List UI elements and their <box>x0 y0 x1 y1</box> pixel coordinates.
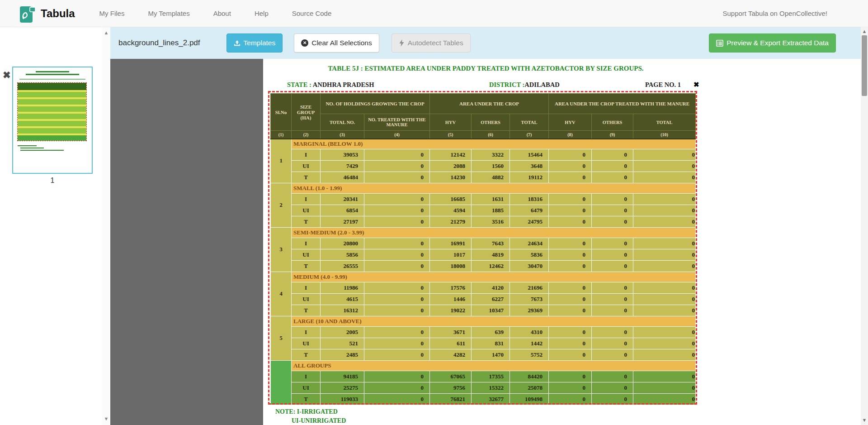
value-cell: 0 <box>592 238 633 249</box>
colnum-6: (7) <box>510 131 549 139</box>
value-cell: 0 <box>633 216 696 228</box>
thumb-table-allgroups <box>18 134 86 141</box>
value-cell: 0 <box>364 194 430 205</box>
page-thumbnail[interactable] <box>12 67 93 174</box>
value-cell: 0 <box>364 238 430 249</box>
table-row: T265550180081246230470000 <box>271 261 696 272</box>
value-cell: 0 <box>633 149 696 161</box>
value-cell: 0 <box>549 294 592 305</box>
pdf-page[interactable]: TABLE 5J : ESTIMATED AREA UNDER PADDY TR… <box>263 59 708 425</box>
value-cell: 611 <box>430 338 472 349</box>
value-cell: 0 <box>549 305 592 316</box>
row-type-cell: T <box>292 394 321 405</box>
nav-my-files[interactable]: My Files <box>99 10 125 17</box>
value-cell: 0 <box>592 294 633 305</box>
row-type-cell: UI <box>292 205 321 216</box>
nav-source-code[interactable]: Source Code <box>292 10 332 17</box>
value-cell: 2005 <box>321 327 364 338</box>
colnum-1: (2) <box>292 131 321 139</box>
window-scroll-up-icon[interactable]: ▲ <box>861 29 868 34</box>
value-cell: 30470 <box>510 261 549 272</box>
value-cell: 4882 <box>472 172 510 183</box>
value-cell: 521 <box>321 338 364 349</box>
subheader-2: HYV <box>430 114 472 131</box>
templates-button[interactable]: Templates <box>226 33 283 53</box>
value-cell: 0 <box>364 261 430 272</box>
value-cell: 29369 <box>510 305 549 316</box>
value-cell: 24795 <box>510 216 549 228</box>
nav-my-templates[interactable]: My Templates <box>148 10 189 17</box>
table-row: T163120190221034729369000 <box>271 305 696 316</box>
value-cell: 0 <box>549 249 592 261</box>
colnum-2: (3) <box>321 131 364 139</box>
value-cell: 0 <box>549 338 592 349</box>
value-cell: 0 <box>549 238 592 249</box>
thumb-table-header <box>18 83 86 90</box>
subheader-6: OTHERS <box>592 114 633 131</box>
colnum-3: (4) <box>364 131 430 139</box>
value-cell: 3516 <box>472 216 510 228</box>
value-cell: 94185 <box>321 371 364 382</box>
value-cell: 0 <box>549 216 592 228</box>
value-cell: 0 <box>633 161 696 172</box>
document-title: TABLE 5J : ESTIMATED AREA UNDER PADDY TR… <box>263 65 708 72</box>
nav-help[interactable]: Help <box>255 10 269 17</box>
preview-export-button[interactable]: Preview & Export Extracted Data <box>709 33 836 53</box>
sidebar-scroll-down-icon[interactable]: ▼ <box>103 416 109 421</box>
value-cell: 0 <box>549 349 592 361</box>
value-cell: 0 <box>592 327 633 338</box>
row-type-cell: UI <box>292 294 321 305</box>
value-cell: 1017 <box>430 249 472 261</box>
clear-label: Clear All Selections <box>311 39 372 47</box>
window-scrollbar-thumb[interactable] <box>862 35 867 96</box>
window-scrollbar[interactable]: ▲ ▼ <box>861 27 868 425</box>
group-label-0: MARGINAL (BELOW 1.0) <box>292 139 696 149</box>
value-cell: 17576 <box>430 282 472 294</box>
table-row: I20800016991764324634000 <box>271 238 696 249</box>
value-cell: 46484 <box>321 172 364 183</box>
autodetect-tables-button: Autodetect Tables <box>392 33 471 53</box>
value-cell: 18008 <box>430 261 472 272</box>
value-cell: 0 <box>364 161 430 172</box>
value-cell: 639 <box>472 327 510 338</box>
sidebar-scroll-up-icon[interactable]: ▲ <box>103 30 109 35</box>
value-cell: 0 <box>633 371 696 382</box>
table-row: UI58560101748195836000 <box>271 249 696 261</box>
row-type-cell: T <box>292 305 321 316</box>
main-nav: My Files My Templates About Help Source … <box>99 10 332 17</box>
value-cell: 0 <box>549 282 592 294</box>
value-cell: 0 <box>549 205 592 216</box>
slno-cell-3: 4 <box>271 272 292 316</box>
row-type-cell: I <box>292 149 321 161</box>
colnum-4: (5) <box>430 131 472 139</box>
row-type-cell: T <box>292 349 321 361</box>
value-cell: 84420 <box>510 371 549 382</box>
thumb-table-preview <box>17 82 87 141</box>
value-cell: 1631 <box>472 194 510 205</box>
value-cell: 1442 <box>510 338 549 349</box>
window-scroll-down-icon[interactable]: ▼ <box>861 417 868 423</box>
thumbnail-page-number: 1 <box>0 177 105 185</box>
value-cell: 17355 <box>472 371 510 382</box>
value-cell: 0 <box>549 149 592 161</box>
support-link[interactable]: Support Tabula on OpenCollective! <box>722 10 827 17</box>
value-cell: 1470 <box>472 349 510 361</box>
value-cell: 16312 <box>321 305 364 316</box>
colnum-8: (9) <box>592 131 633 139</box>
value-cell: 119033 <box>321 394 364 405</box>
clear-all-selections-button[interactable]: ✕ Clear All Selections <box>294 33 379 53</box>
selection-close-icon[interactable]: ✖ <box>693 81 699 88</box>
sidebar-scrollbar[interactable]: ▲ ▼ <box>102 27 110 425</box>
value-cell: 2485 <box>321 349 364 361</box>
value-cell: 0 <box>364 282 430 294</box>
nav-about[interactable]: About <box>213 10 231 17</box>
value-cell: 0 <box>549 382 592 394</box>
header-slno: Sl.No <box>271 94 292 131</box>
remove-circle-icon: ✕ <box>301 39 308 47</box>
table-row: UI52106118311442000 <box>271 338 696 349</box>
tabula-brand[interactable]: Tabula <box>19 4 75 24</box>
value-cell: 0 <box>633 238 696 249</box>
value-cell: 0 <box>364 172 430 183</box>
table-row: I39053012142332215464000 <box>271 149 696 161</box>
remove-page-icon[interactable]: ✖ <box>3 70 11 80</box>
